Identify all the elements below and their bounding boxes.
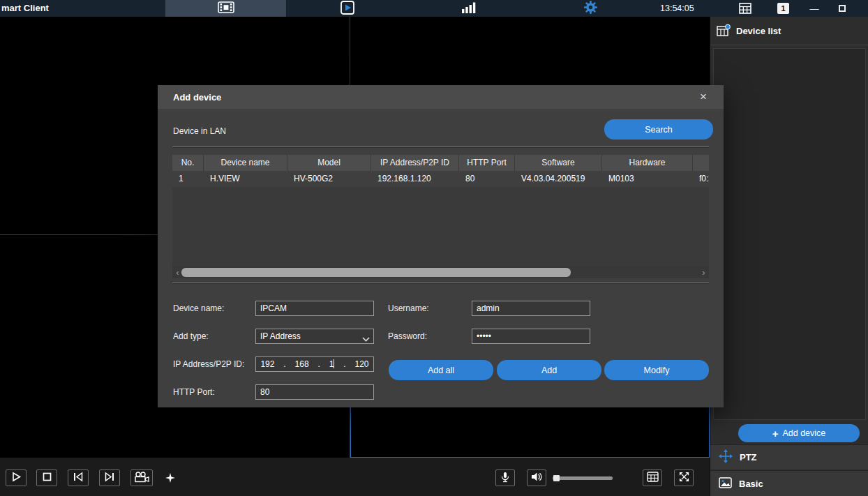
modify-button-label: Modify bbox=[644, 366, 670, 375]
ip-address-label: IP Address/P2P ID: bbox=[173, 356, 244, 372]
play-icon bbox=[10, 472, 22, 484]
tab-live-view[interactable] bbox=[165, 0, 286, 17]
skip-forward-icon bbox=[104, 472, 115, 484]
ip-address-input[interactable]: 192 . 168 . 1 . 120 bbox=[255, 356, 374, 372]
chevron-down-icon bbox=[362, 334, 370, 344]
sidebar-section-ptz[interactable]: PTZ bbox=[710, 444, 868, 469]
close-icon[interactable]: × bbox=[696, 89, 711, 105]
add-device-button[interactable]: + Add device bbox=[738, 424, 860, 442]
add-all-button-label: Add all bbox=[428, 366, 454, 375]
title-bar: mart Client bbox=[0, 0, 868, 17]
playback-toolbar bbox=[0, 458, 710, 496]
column-header-no: No. bbox=[172, 155, 204, 171]
lan-device-table: No. Device name Model IP Address/P2P ID … bbox=[172, 155, 709, 187]
play-button[interactable] bbox=[6, 469, 27, 486]
column-header-hardware: Hardware bbox=[602, 155, 693, 171]
device-list-panel[interactable] bbox=[713, 48, 866, 420]
http-port-input[interactable] bbox=[255, 384, 374, 400]
username-label: Username: bbox=[388, 301, 429, 316]
http-port-label: HTTP Port: bbox=[173, 384, 215, 400]
search-button[interactable]: Search bbox=[604, 119, 713, 140]
record-button[interactable] bbox=[130, 469, 153, 486]
ip-octet-4: 120 bbox=[354, 359, 368, 369]
layout-grid-icon[interactable] bbox=[739, 3, 751, 16]
table-row[interactable]: 1 H.VIEW HV-500G2 192.168.1.120 80 V4.03… bbox=[172, 171, 709, 187]
separator bbox=[172, 283, 709, 284]
username-input[interactable] bbox=[472, 301, 590, 316]
keypad-grid-icon bbox=[647, 472, 659, 484]
text-caret bbox=[334, 359, 334, 368]
column-header-http-port: HTTP Port bbox=[459, 155, 515, 171]
ip-dot: . bbox=[343, 359, 345, 369]
device-in-lan-label: Device in LAN bbox=[173, 123, 226, 139]
stop-icon bbox=[43, 472, 52, 483]
tab-playback[interactable] bbox=[336, 0, 359, 17]
speaker-button[interactable] bbox=[527, 469, 546, 486]
microphone-button[interactable] bbox=[495, 469, 515, 486]
cell-device-name: H.VIEW bbox=[204, 171, 287, 187]
separator bbox=[172, 146, 709, 148]
device-list-title: Device list bbox=[736, 26, 781, 36]
cell-http-port: 80 bbox=[459, 171, 515, 187]
tab-settings[interactable] bbox=[578, 0, 602, 17]
app-title: mart Client bbox=[1, 0, 49, 17]
volume-slider-thumb[interactable] bbox=[553, 475, 560, 481]
previous-frame-button[interactable] bbox=[68, 469, 89, 486]
image-icon bbox=[719, 477, 732, 490]
column-header-device-name: Device name bbox=[204, 155, 287, 171]
table-empty-area bbox=[172, 187, 709, 266]
scroll-right-arrow[interactable]: › bbox=[698, 266, 709, 278]
stop-button[interactable] bbox=[36, 469, 57, 486]
ptz-label: PTZ bbox=[740, 452, 757, 463]
cell-extra: f0:2 bbox=[693, 171, 709, 187]
minimize-button[interactable]: — bbox=[807, 0, 822, 17]
plus-icon: + bbox=[772, 428, 779, 439]
skip-back-icon bbox=[73, 472, 84, 484]
device-list-header: Device list bbox=[710, 17, 868, 45]
scrollbar-thumb[interactable] bbox=[181, 268, 571, 277]
cell-no: 1 bbox=[172, 171, 204, 187]
grid-layout-button[interactable] bbox=[643, 469, 662, 486]
volume-slider[interactable] bbox=[553, 476, 613, 480]
maximize-button[interactable] bbox=[835, 0, 850, 17]
event-badge-icon[interactable]: 1 bbox=[777, 3, 789, 14]
device-name-label: Device name: bbox=[173, 301, 224, 316]
modify-button[interactable]: Modify bbox=[604, 360, 709, 380]
column-header-model: Model bbox=[287, 155, 371, 171]
ip-octet-1: 192 bbox=[260, 359, 274, 369]
speaker-icon bbox=[531, 472, 543, 484]
password-input[interactable] bbox=[472, 329, 590, 344]
device-list-icon bbox=[717, 24, 731, 38]
next-frame-button[interactable] bbox=[99, 469, 120, 486]
horizontal-scrollbar[interactable]: ‹ › bbox=[172, 266, 709, 278]
column-header-ip: IP Address/P2P ID bbox=[371, 155, 459, 171]
add-type-label: Add type: bbox=[173, 329, 209, 344]
add-type-select[interactable]: IP Address bbox=[255, 329, 374, 344]
search-button-label: Search bbox=[645, 125, 673, 135]
password-label: Password: bbox=[388, 329, 427, 344]
brightness-icon[interactable] bbox=[165, 472, 176, 486]
bar-chart-icon bbox=[461, 1, 477, 16]
ip-octet-3: 1 bbox=[329, 359, 335, 369]
add-button[interactable]: Add bbox=[497, 360, 601, 380]
add-device-button-label: Add device bbox=[782, 428, 825, 438]
ip-octet-2: 168 bbox=[295, 359, 309, 369]
ip-dot: . bbox=[317, 359, 320, 369]
fullscreen-button[interactable] bbox=[674, 469, 694, 486]
fullscreen-icon bbox=[679, 472, 689, 484]
ip-dot: . bbox=[283, 359, 285, 369]
sidebar-section-basic[interactable]: Basic bbox=[710, 470, 868, 496]
add-all-button[interactable]: Add all bbox=[389, 360, 493, 380]
cell-ip: 192.168.1.120 bbox=[371, 171, 459, 187]
device-name-input[interactable] bbox=[255, 301, 374, 316]
right-sidebar: Device list + Add device PTZ Basic bbox=[710, 17, 868, 496]
tab-statistics[interactable] bbox=[457, 0, 481, 17]
table-header-row: No. Device name Model IP Address/P2P ID … bbox=[172, 155, 709, 171]
cell-hardware: M0103 bbox=[602, 171, 693, 187]
gear-icon bbox=[583, 0, 598, 17]
camera-icon bbox=[134, 472, 149, 485]
dialog-title-bar[interactable]: Add device bbox=[158, 85, 724, 109]
maximize-icon bbox=[839, 5, 846, 12]
basic-label: Basic bbox=[739, 479, 763, 489]
cell-software: V4.03.04.200519 bbox=[515, 171, 602, 187]
